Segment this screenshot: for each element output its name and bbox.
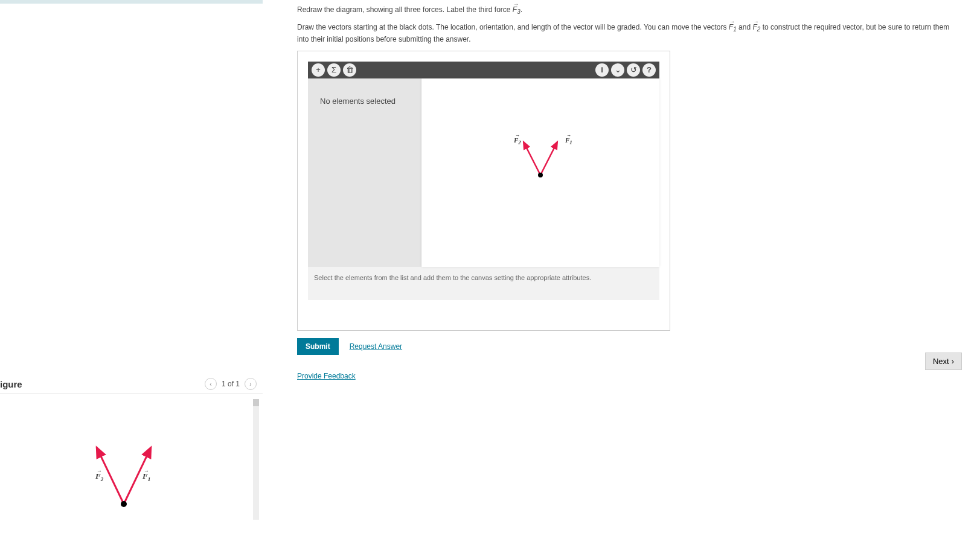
figure-section: igure ‹ 1 of 1 › →F1 →F2 bbox=[0, 374, 263, 533]
sum-button[interactable]: Σ bbox=[327, 63, 341, 77]
figure-scrollbar[interactable] bbox=[253, 399, 259, 520]
feedback-row: Provide Feedback bbox=[297, 372, 962, 380]
figure-title: igure bbox=[0, 379, 22, 389]
workspace: No elements selected →F1 →F2 bbox=[308, 78, 659, 267]
figure-pager-text: 1 of 1 bbox=[222, 380, 240, 388]
instr2-mid: and bbox=[737, 23, 753, 31]
left-panel: igure ‹ 1 of 1 › →F1 →F2 bbox=[0, 0, 263, 533]
svg-point-2 bbox=[121, 501, 127, 507]
delete-button[interactable]: 🗑 bbox=[343, 63, 356, 77]
workspace-footer: Select the elements from the list and ad… bbox=[308, 267, 659, 300]
left-top-accent bbox=[0, 0, 263, 4]
sidebar-message: No elements selected bbox=[320, 97, 396, 106]
instr1-prefix: Redraw the diagram, showing all three fo… bbox=[297, 5, 513, 14]
canvas-label-f2: →F2 bbox=[514, 136, 521, 145]
svg-point-5 bbox=[538, 173, 543, 177]
instr2-prefix: Draw the vectors starting at the black d… bbox=[297, 23, 729, 31]
reset-button[interactable]: ↺ bbox=[627, 63, 640, 77]
drawing-canvas[interactable]: →F1 →F2 bbox=[421, 78, 659, 267]
instruction-line-1: Redraw the diagram, showing all three fo… bbox=[297, 5, 962, 16]
svg-line-4 bbox=[524, 142, 540, 175]
instr1-suffix: . bbox=[520, 5, 522, 14]
figure-next-button[interactable]: › bbox=[245, 378, 257, 390]
request-answer-link[interactable]: Request Answer bbox=[350, 342, 402, 351]
figure-prev-button[interactable]: ‹ bbox=[205, 378, 217, 390]
workspace-sidebar: No elements selected bbox=[308, 78, 421, 267]
canvas-label-f1: →F1 bbox=[565, 136, 572, 145]
figure-scroll-thumb[interactable] bbox=[253, 399, 259, 406]
main-area: Redraw the diagram, showing all three fo… bbox=[279, 0, 980, 380]
svg-line-3 bbox=[540, 142, 557, 175]
instr2-vec1: →F1 bbox=[729, 23, 737, 31]
chevron-right-icon: › bbox=[952, 357, 954, 366]
instr2-vec2: →F2 bbox=[752, 23, 760, 31]
add-button[interactable]: + bbox=[312, 63, 325, 77]
figure-diagram bbox=[0, 400, 254, 527]
instruction-line-2: Draw the vectors starting at the black d… bbox=[297, 22, 962, 44]
help-button[interactable]: ? bbox=[642, 63, 656, 77]
canvas-svg bbox=[421, 78, 659, 267]
action-row: Submit Request Answer bbox=[297, 338, 962, 355]
drawing-toolbar: + Σ 🗑 i ⌄ ↺ ? bbox=[308, 62, 659, 78]
submit-button[interactable]: Submit bbox=[297, 338, 339, 355]
figure-pager: ‹ 1 of 1 › bbox=[205, 378, 257, 390]
next-label: Next bbox=[933, 357, 949, 366]
figure-body: →F1 →F2 bbox=[0, 394, 263, 533]
next-button[interactable]: Next › bbox=[925, 353, 962, 370]
figure-label-f2: →F2 bbox=[95, 471, 103, 482]
figure-label-f1: →F1 bbox=[143, 471, 150, 482]
info-button[interactable]: i bbox=[595, 63, 609, 77]
footer-message: Select the elements from the list and ad… bbox=[314, 274, 591, 281]
answer-box: + Σ 🗑 i ⌄ ↺ ? No elements selected bbox=[297, 51, 670, 331]
provide-feedback-link[interactable]: Provide Feedback bbox=[297, 372, 356, 380]
figure-header: igure ‹ 1 of 1 › bbox=[0, 374, 263, 394]
dropdown-button[interactable]: ⌄ bbox=[611, 63, 624, 77]
instr1-vec: →F3 bbox=[513, 5, 520, 14]
